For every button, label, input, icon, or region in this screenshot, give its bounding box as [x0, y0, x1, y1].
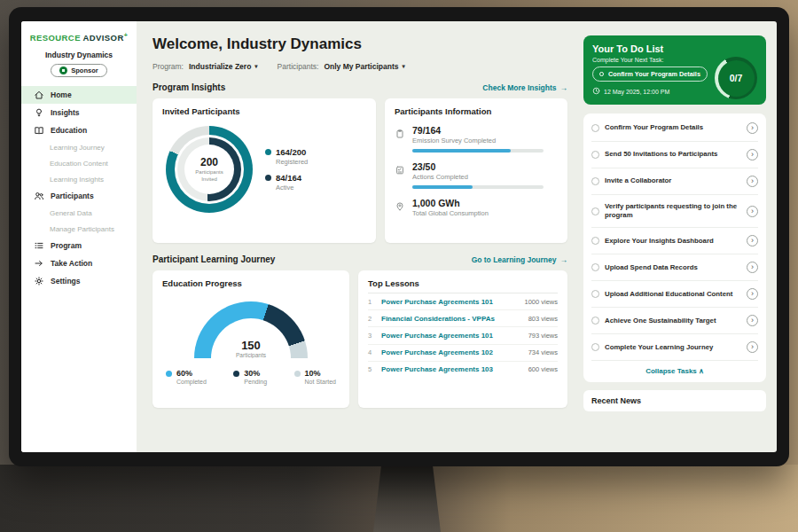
chevron-right-icon[interactable]: › [747, 235, 758, 246]
recent-news-title: Recent News [591, 396, 641, 405]
participants-information-card: Participants Information 79/164 Emission… [385, 98, 567, 243]
lesson-link[interactable]: Power Purchase Agreements 101 [381, 332, 522, 340]
lesson-rank: 1 [368, 298, 375, 306]
todo-panel: Your To Do List Complete Your Next Task:… [580, 21, 777, 452]
monitor-bezel: RESOURCE ADVISOR+ Industry Dynamics Spon… [9, 7, 789, 466]
task-row[interactable]: Explore Your Insights Dashboard › [591, 228, 758, 254]
sidebar-item-label: Learning Journey [50, 144, 105, 152]
task-row[interactable]: Upload Additional Educational Content › [591, 281, 758, 308]
sidebar-item-label: Education Content [50, 160, 108, 168]
task-checkbox[interactable] [591, 237, 599, 245]
progress-bar-fill [412, 149, 511, 153]
chevron-right-icon[interactable]: › [747, 149, 758, 160]
task-checkbox[interactable] [591, 124, 599, 132]
task-checkbox[interactable] [591, 343, 599, 351]
sidebar-item-learning-journey[interactable]: Learning Journey [21, 139, 137, 155]
legend-label: Not Started [305, 379, 336, 385]
sidebar-item-settings[interactable]: Settings [21, 272, 137, 290]
action-arrow-icon [34, 258, 44, 269]
participants-filter-select[interactable]: Only My Participants ▾ [324, 62, 404, 71]
participants-filter-label: Participants: [278, 62, 319, 71]
task-row[interactable]: Verify participants requesting to join t… [591, 195, 758, 228]
lesson-row: 1 Power Purchase Agreements 101 1000 vie… [368, 293, 558, 310]
legend-item: 164/200 Registered [265, 147, 308, 166]
sidebar-item-label: General Data [50, 209, 92, 217]
education-legend: 60% Completed 30% Pending [162, 369, 340, 385]
stat-label: Emission Survey Completed [412, 137, 544, 145]
sidebar-item-label: Settings [51, 277, 81, 286]
chevron-right-icon[interactable]: › [747, 122, 758, 134]
task-checkbox[interactable] [591, 317, 599, 325]
lesson-rank: 3 [368, 332, 375, 340]
chevron-right-icon[interactable]: › [747, 341, 758, 353]
task-checkbox[interactable] [591, 290, 599, 298]
sidebar-item-label: Take Action [51, 259, 92, 268]
program-filter-select[interactable]: Industrialize Zero ▾ [189, 62, 258, 71]
task-label: Complete Your Learning Journey [605, 343, 741, 352]
sidebar-item-take-action[interactable]: Take Action [21, 254, 137, 272]
donut-inner: 200 Participants Invited [175, 135, 244, 204]
lesson-link[interactable]: Power Purchase Agreements 102 [381, 348, 522, 356]
task-label: Achieve One Sustainability Target [605, 317, 741, 325]
education-center-label: Participants [194, 352, 308, 358]
todo-next-task-label: Confirm Your Program Details [608, 70, 700, 78]
home-icon [34, 90, 44, 100]
sidebar-item-education[interactable]: Education [21, 121, 137, 139]
task-row[interactable]: Achieve One Sustainability Target › [591, 308, 758, 334]
chevron-right-icon[interactable]: › [747, 262, 758, 273]
todo-next-task[interactable]: Confirm Your Program Details [592, 66, 708, 82]
stat-label: Actions Completed [412, 173, 544, 181]
participants-filter-value: Only My Participants [324, 62, 398, 71]
check-more-insights-link[interactable]: Check More Insights → [482, 83, 567, 92]
go-to-learning-journey-link[interactable]: Go to Learning Journey → [472, 255, 567, 264]
invited-chart-area: 200 Participants Invited 164/200 [162, 126, 366, 213]
invited-center-label: Participants Invited [191, 169, 228, 183]
legend-dot-not-started [294, 371, 301, 377]
task-row[interactable]: Confirm Your Program Details › [591, 115, 758, 142]
sponsor-badge[interactable]: Sponsor [51, 64, 106, 77]
gauge-center: 150 Participants [194, 339, 308, 358]
task-row[interactable]: Send 50 Invitations to Participants › [591, 142, 758, 168]
collapse-tasks-link[interactable]: Collapse Tasks ∧ [591, 361, 758, 380]
chevron-right-icon[interactable]: › [747, 315, 758, 326]
chevron-down-icon: ▾ [402, 63, 404, 70]
lesson-views: 803 views [528, 315, 558, 323]
stat-label: Total Global Consumption [412, 209, 489, 217]
collapse-tasks-label: Collapse Tasks [645, 367, 697, 375]
dashboard-screen: RESOURCE ADVISOR+ Industry Dynamics Spon… [21, 21, 777, 452]
sidebar-item-program[interactable]: Program [21, 237, 137, 254]
task-row[interactable]: Complete Your Learning Journey › [591, 334, 758, 361]
legend-dot-active [265, 175, 271, 181]
chevron-right-icon[interactable]: › [747, 176, 758, 187]
survey-icon [395, 127, 405, 137]
task-row[interactable]: Invite a Collaborator › [591, 168, 758, 195]
task-checkbox[interactable] [591, 151, 599, 159]
task-checkbox[interactable] [591, 263, 599, 271]
task-row[interactable]: Upload Spend Data Records › [591, 254, 758, 281]
lesson-link[interactable]: Power Purchase Agreements 103 [381, 365, 522, 373]
list-icon [34, 240, 44, 251]
progress-bar [412, 185, 544, 189]
sidebar-item-participants[interactable]: Participants [21, 187, 137, 205]
chevron-right-icon[interactable]: › [747, 288, 758, 300]
sidebar-item-insights[interactable]: Insights [21, 104, 137, 121]
task-checkbox[interactable] [591, 177, 599, 185]
lesson-link[interactable]: Power Purchase Agreements 101 [381, 298, 518, 306]
bullet-icon [599, 72, 604, 76]
sidebar-item-general-data[interactable]: General Data [21, 205, 137, 221]
monitor-stand [373, 465, 441, 532]
task-label: Invite a Collaborator [605, 176, 741, 185]
sidebar-item-education-content[interactable]: Education Content [21, 155, 137, 171]
lesson-row: 5 Power Purchase Agreements 103 600 view… [368, 362, 558, 378]
sidebar-item-home[interactable]: Home [21, 86, 137, 104]
chevron-right-icon[interactable]: › [747, 206, 758, 217]
task-checkbox[interactable] [591, 207, 599, 215]
legend-dot-registered [265, 149, 271, 155]
lesson-link[interactable]: Financial Considerations - VPPAs [381, 315, 522, 323]
arrow-right-icon: → [560, 255, 568, 264]
lesson-views: 734 views [528, 348, 558, 356]
sponsor-badge-label: Sponsor [71, 66, 98, 74]
sidebar-item-manage-participants[interactable]: Manage Participants [21, 221, 137, 237]
sidebar-item-learning-insights[interactable]: Learning Insights [21, 171, 137, 187]
recent-news-header: Recent News [583, 390, 766, 411]
